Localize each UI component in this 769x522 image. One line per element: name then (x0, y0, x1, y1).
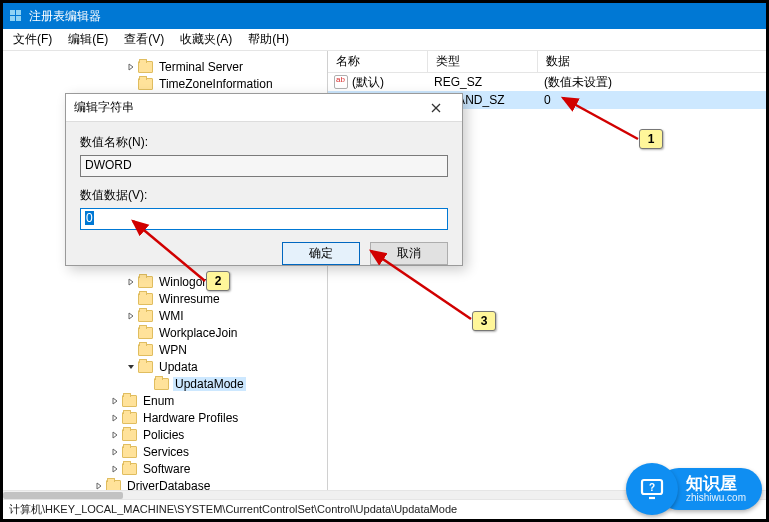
chevron-right-icon[interactable] (93, 480, 105, 491)
header-type[interactable]: 类型 (428, 51, 538, 72)
folder-icon (138, 276, 153, 288)
expander-empty (125, 293, 137, 305)
folder-icon (138, 293, 153, 305)
folder-icon (106, 480, 121, 491)
tree-label[interactable]: Winlogon (157, 275, 211, 289)
tree-label[interactable]: Updata (157, 360, 200, 374)
tree-node[interactable]: Hardware Profiles (5, 409, 325, 426)
value-name: (默认) (352, 74, 384, 91)
tree-node[interactable]: DriverDatabase (5, 477, 325, 490)
value-data: (数值未设置) (538, 74, 766, 91)
tree-label[interactable]: Winresume (157, 292, 222, 306)
dialog-title: 编辑字符串 (74, 99, 134, 116)
chevron-right-icon[interactable] (109, 412, 121, 424)
menu-help[interactable]: 帮助(H) (242, 29, 295, 50)
tree-node[interactable]: Enum (5, 392, 325, 409)
callout-2: 2 (206, 271, 230, 291)
chevron-right-icon[interactable] (125, 61, 137, 73)
tree-node[interactable]: Winlogon (5, 273, 325, 290)
tree-label[interactable]: Services (141, 445, 191, 459)
tree-label[interactable]: TimeZoneInformation (157, 77, 275, 91)
menubar: 文件(F) 编辑(E) 查看(V) 收藏夹(A) 帮助(H) (3, 29, 766, 51)
folder-icon (138, 61, 153, 73)
dialog-close-button[interactable] (418, 97, 454, 119)
tree-label[interactable]: WPN (157, 343, 189, 357)
ok-button[interactable]: 确定 (282, 242, 360, 265)
titlebar: 注册表编辑器 (3, 3, 766, 29)
dialog-body: 数值名称(N): DWORD 数值数据(V): 0 确定 取消 (66, 122, 462, 275)
header-data[interactable]: 数据 (538, 51, 766, 72)
chevron-right-icon[interactable] (109, 446, 121, 458)
folder-icon (122, 412, 137, 424)
close-icon (431, 103, 441, 113)
callout-3: 3 (472, 311, 496, 331)
brand-badge: ? 知识屋 zhishiwu.com (626, 467, 762, 511)
tree-label[interactable]: UpdataMode (173, 377, 246, 391)
folder-icon (138, 310, 153, 322)
folder-icon (138, 78, 153, 90)
chevron-down-icon[interactable] (125, 361, 137, 373)
expander-empty (125, 327, 137, 339)
string-value-icon (334, 75, 348, 89)
tree-label[interactable]: Software (141, 462, 192, 476)
svg-rect-0 (10, 10, 15, 15)
scrollbar-thumb[interactable] (3, 492, 123, 499)
expander-empty (125, 344, 137, 356)
chevron-right-icon[interactable] (109, 429, 121, 441)
expander-empty (125, 78, 137, 90)
folder-icon (138, 361, 153, 373)
menu-file[interactable]: 文件(F) (7, 29, 58, 50)
svg-rect-3 (16, 16, 21, 21)
status-path: 计算机\HKEY_LOCAL_MACHINE\SYSTEM\CurrentCon… (9, 502, 457, 517)
expander-empty (141, 378, 153, 390)
folder-icon (154, 378, 169, 390)
tree-node[interactable]: Updata (5, 358, 325, 375)
values-header: 名称 类型 数据 (328, 51, 766, 73)
chevron-right-icon[interactable] (109, 463, 121, 475)
tree-node[interactable]: UpdataMode (5, 375, 325, 392)
window-title: 注册表编辑器 (29, 8, 101, 25)
tree-label[interactable]: Hardware Profiles (141, 411, 240, 425)
menu-view[interactable]: 查看(V) (118, 29, 170, 50)
folder-icon (122, 429, 137, 441)
svg-rect-2 (10, 16, 15, 21)
folder-icon (122, 446, 137, 458)
value-data: 0 (538, 93, 766, 107)
tree-label[interactable]: Enum (141, 394, 176, 408)
chevron-right-icon[interactable] (109, 395, 121, 407)
tree-node[interactable]: WorkplaceJoin (5, 324, 325, 341)
value-row[interactable]: (默认)REG_SZ(数值未设置) (328, 73, 766, 91)
value-data-label: 数值数据(V): (80, 187, 448, 204)
tree-label[interactable]: Policies (141, 428, 186, 442)
tree-node[interactable]: WPN (5, 341, 325, 358)
tree-label[interactable]: Terminal Server (157, 60, 245, 74)
menu-favorites[interactable]: 收藏夹(A) (174, 29, 238, 50)
value-name-label: 数值名称(N): (80, 134, 448, 151)
app-icon (9, 9, 23, 23)
edit-string-dialog: 编辑字符串 数值名称(N): DWORD 数值数据(V): 0 确定 取消 (65, 93, 463, 266)
tree-node[interactable]: Services (5, 443, 325, 460)
value-data-input[interactable]: 0 (80, 208, 448, 230)
value-type: REG_SZ (428, 75, 538, 89)
menu-edit[interactable]: 编辑(E) (62, 29, 114, 50)
tree-label[interactable]: WorkplaceJoin (157, 326, 239, 340)
callout-1: 1 (639, 129, 663, 149)
header-name[interactable]: 名称 (328, 51, 428, 72)
dialog-titlebar[interactable]: 编辑字符串 (66, 94, 462, 122)
tree-node[interactable]: Policies (5, 426, 325, 443)
chevron-right-icon[interactable] (125, 310, 137, 322)
cancel-button[interactable]: 取消 (370, 242, 448, 265)
folder-icon (138, 344, 153, 356)
folder-icon (122, 463, 137, 475)
registry-editor-window: 注册表编辑器 文件(F) 编辑(E) 查看(V) 收藏夹(A) 帮助(H) Te… (0, 0, 769, 522)
tree-node[interactable]: TimeZoneInformation (5, 75, 325, 92)
tree-node[interactable]: Winresume (5, 290, 325, 307)
chevron-right-icon[interactable] (125, 276, 137, 288)
brand-name: 知识屋 (686, 475, 746, 492)
tree-node[interactable]: WMI (5, 307, 325, 324)
tree-label[interactable]: DriverDatabase (125, 479, 212, 491)
tree-label[interactable]: WMI (157, 309, 186, 323)
tree-node[interactable]: Software (5, 460, 325, 477)
tree-node[interactable]: Terminal Server (5, 58, 325, 75)
brand-url: zhishiwu.com (686, 492, 746, 504)
